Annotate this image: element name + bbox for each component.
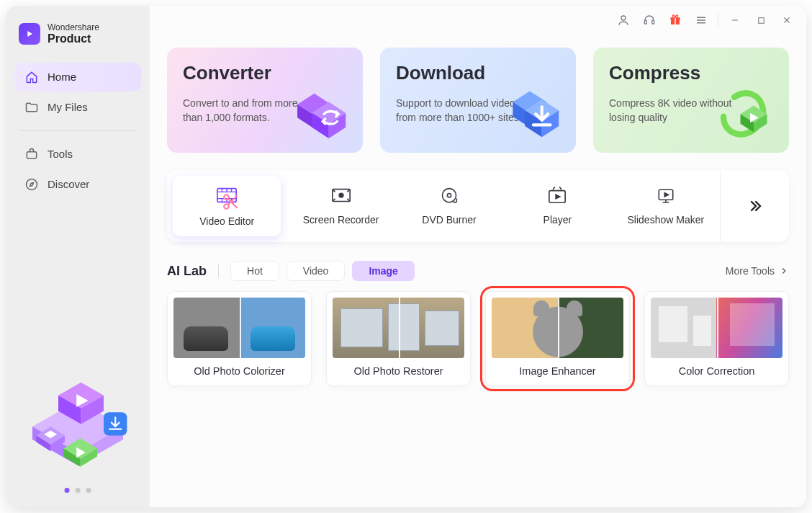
ai-lab-header: AI Lab Hot Video Image More Tools bbox=[167, 261, 789, 281]
tool-label: Screen Recorder bbox=[303, 214, 379, 226]
feature-cards: Converter Convert to and from more than … bbox=[167, 48, 789, 153]
card-desc: Support to download videos from more tha… bbox=[396, 96, 525, 125]
carousel-dot[interactable] bbox=[86, 488, 91, 493]
window-maximize[interactable] bbox=[749, 9, 773, 31]
svg-marker-50 bbox=[664, 193, 668, 197]
tools-more[interactable] bbox=[720, 170, 789, 242]
svg-point-46 bbox=[447, 194, 451, 197]
svg-point-41 bbox=[224, 195, 229, 200]
carousel-dot[interactable] bbox=[65, 488, 70, 493]
ai-lab-pills: Hot Video Image bbox=[230, 261, 415, 281]
sidebar-promo-art bbox=[6, 354, 150, 499]
tool-label: Player bbox=[543, 214, 572, 226]
sidebar-item-label: My Files bbox=[48, 101, 88, 113]
tool-dvd-burner[interactable]: DVD Burner bbox=[395, 170, 503, 242]
thumbnail-icon bbox=[333, 298, 464, 358]
tool-label: Slideshow Maker bbox=[628, 214, 705, 226]
folder-icon bbox=[24, 100, 39, 115]
scissors-icon bbox=[220, 192, 242, 211]
tools-strip: Video Editor Screen Recorder DVD Burner … bbox=[167, 170, 789, 242]
tool-slideshow-maker[interactable]: Slideshow Maker bbox=[612, 170, 720, 242]
brand-bottom: Product bbox=[48, 32, 99, 45]
sidebar-item-home[interactable]: Home bbox=[14, 63, 141, 92]
sidebar-nav: Home My Files Tools Discover bbox=[14, 63, 141, 199]
brand-top: Wondershare bbox=[48, 23, 99, 32]
ai-lab-item-restorer[interactable]: Old Photo Restorer bbox=[326, 291, 471, 386]
screen-recorder-icon bbox=[330, 187, 352, 205]
sidebar: Wondershare Product Home My Files Tools … bbox=[6, 6, 150, 507]
pill-video[interactable]: Video bbox=[287, 261, 346, 281]
card-title: Download bbox=[396, 62, 560, 84]
ai-lab-item-enhancer[interactable]: Image Enhancer bbox=[485, 291, 630, 386]
sidebar-item-label: Discover bbox=[48, 178, 89, 190]
gift-icon[interactable] bbox=[663, 9, 687, 31]
tool-label: DVD Burner bbox=[422, 214, 476, 226]
tool-screen-recorder[interactable]: Screen Recorder bbox=[287, 170, 394, 242]
ai-lab-item-label: Old Photo Colorizer bbox=[173, 365, 305, 377]
sidebar-item-my-files[interactable]: My Files bbox=[14, 93, 141, 122]
more-tools-link[interactable]: More Tools bbox=[726, 265, 789, 277]
svg-point-17 bbox=[621, 16, 626, 20]
window-minimize[interactable] bbox=[723, 9, 747, 31]
content: Converter Convert to and from more than … bbox=[150, 35, 806, 507]
window-close[interactable] bbox=[775, 9, 799, 31]
card-compress[interactable]: Compress Compress 8K video without losin… bbox=[593, 48, 789, 153]
pill-hot[interactable]: Hot bbox=[230, 261, 279, 281]
svg-point-44 bbox=[339, 193, 343, 197]
carousel-dot[interactable] bbox=[76, 488, 81, 493]
ai-lab-item-label: Old Photo Restorer bbox=[333, 365, 464, 377]
tool-player[interactable]: Player bbox=[503, 170, 611, 242]
brand-logo-icon bbox=[19, 23, 40, 45]
menu-icon[interactable] bbox=[689, 9, 713, 31]
svg-rect-19 bbox=[652, 20, 654, 24]
download-icon bbox=[507, 85, 567, 146]
svg-rect-0 bbox=[27, 151, 36, 158]
converter-icon bbox=[294, 85, 354, 146]
svg-rect-23 bbox=[758, 17, 764, 23]
pill-image[interactable]: Image bbox=[352, 261, 414, 281]
thumbnail-icon bbox=[173, 298, 305, 358]
svg-rect-18 bbox=[644, 20, 646, 24]
main-area: Converter Convert to and from more than … bbox=[150, 6, 806, 507]
card-title: Converter bbox=[183, 62, 347, 84]
ai-lab-grid: Old Photo Colorizer Old Photo Restorer I… bbox=[167, 291, 789, 386]
sidebar-separator bbox=[19, 130, 137, 131]
tool-label: Video Editor bbox=[199, 215, 254, 227]
svg-marker-48 bbox=[556, 195, 561, 199]
svg-point-42 bbox=[224, 204, 229, 209]
compress-icon bbox=[720, 85, 780, 146]
account-icon[interactable] bbox=[611, 9, 636, 31]
carousel-dots bbox=[65, 488, 91, 493]
card-desc: Compress 8K video without losing quality bbox=[609, 96, 739, 125]
app-window: Wondershare Product Home My Files Tools … bbox=[6, 6, 806, 507]
chevron-right-icon bbox=[779, 266, 789, 276]
slideshow-maker-icon bbox=[655, 187, 677, 205]
thumbnail-icon bbox=[651, 298, 782, 358]
card-title: Compress bbox=[609, 62, 773, 84]
ai-lab-item-label: Image Enhancer bbox=[492, 365, 623, 377]
tool-video-editor[interactable]: Video Editor bbox=[173, 176, 281, 236]
card-download[interactable]: Download Support to download videos from… bbox=[380, 48, 576, 153]
card-desc: Convert to and from more than 1,000 form… bbox=[183, 96, 312, 125]
ai-lab-title: AI Lab bbox=[167, 264, 207, 279]
svg-rect-22 bbox=[675, 17, 676, 24]
dvd-burner-icon bbox=[438, 187, 460, 205]
ai-lab-item-label: Color Correction bbox=[651, 365, 782, 377]
brand: Wondershare Product bbox=[19, 23, 137, 45]
player-icon bbox=[546, 187, 568, 205]
svg-point-1 bbox=[27, 179, 37, 189]
chevrons-right-icon bbox=[746, 197, 764, 215]
sidebar-item-tools[interactable]: Tools bbox=[14, 140, 141, 169]
home-icon bbox=[24, 70, 39, 84]
sidebar-item-discover[interactable]: Discover bbox=[14, 170, 141, 199]
toolbox-icon bbox=[24, 147, 39, 161]
card-converter[interactable]: Converter Convert to and from more than … bbox=[167, 48, 363, 153]
sidebar-item-label: Tools bbox=[48, 148, 73, 160]
compass-icon bbox=[24, 177, 39, 192]
titlebar bbox=[150, 6, 806, 35]
ai-lab-item-color-correction[interactable]: Color Correction bbox=[644, 291, 789, 386]
ai-lab-item-colorizer[interactable]: Old Photo Colorizer bbox=[167, 291, 312, 386]
svg-point-45 bbox=[442, 189, 456, 202]
support-icon[interactable] bbox=[637, 9, 662, 31]
sidebar-item-label: Home bbox=[48, 71, 76, 83]
